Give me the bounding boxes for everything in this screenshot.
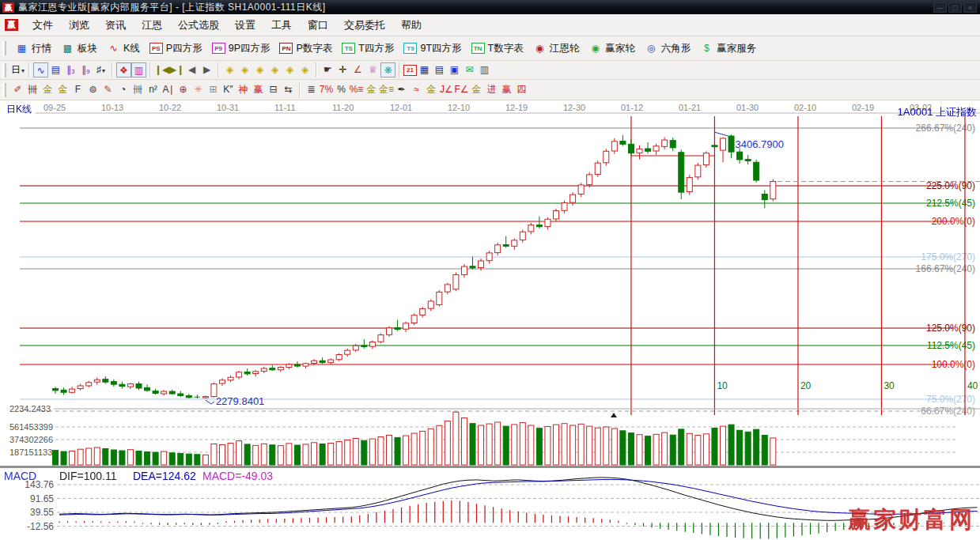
- p-number-table-button[interactable]: PNP数字表: [274, 40, 337, 57]
- print-icon[interactable]: ▥: [477, 62, 492, 77]
- sectors-button[interactable]: ▩板块: [56, 40, 102, 57]
- gann-diamond-right-icon[interactable]: ◈: [237, 62, 252, 77]
- draw-compass-icon[interactable]: ✐: [10, 82, 25, 97]
- chip-distribution-icon[interactable]: ❖: [116, 62, 131, 77]
- gann-wheel-button[interactable]: ◉江恩轮: [528, 40, 585, 57]
- gold-fence-2-icon[interactable]: 金: [55, 82, 70, 97]
- smart-analysis-icon[interactable]: ❋: [380, 62, 395, 77]
- f-fence-icon[interactable]: F: [70, 82, 85, 97]
- pane-splitter[interactable]: [0, 466, 980, 468]
- calendar-icon[interactable]: 21: [403, 65, 417, 76]
- menu-formula-picker[interactable]: 公式选股: [170, 15, 227, 36]
- angle-ying-icon[interactable]: 赢∠: [499, 82, 514, 97]
- compress-3-icon[interactable]: ∥₃: [63, 62, 78, 77]
- angle-j-icon[interactable]: J∠: [439, 82, 454, 97]
- gold-circle-icon[interactable]: 金: [364, 82, 379, 97]
- menu-help[interactable]: 帮助: [393, 15, 429, 36]
- period-day-dropdown[interactable]: ▾: [21, 67, 25, 74]
- crosshair-icon[interactable]: ✛: [335, 62, 350, 77]
- t-number-table-button[interactable]: TNT数字表: [467, 40, 528, 57]
- t-square-button[interactable]: TST四方形: [337, 40, 399, 57]
- menu-tools[interactable]: 工具: [263, 15, 300, 36]
- fence-plain-icon[interactable]: 卌: [131, 82, 146, 97]
- gold-fence-1-icon[interactable]: 金: [40, 82, 55, 97]
- gann-diamond-expand-icon[interactable]: ◈: [297, 62, 312, 77]
- export-web-icon[interactable]: ✉: [462, 62, 477, 77]
- sectors-label: 板块: [78, 42, 97, 55]
- crown-tool-icon[interactable]: ♕: [365, 62, 380, 77]
- kline-chart-button[interactable]: ∿K线: [102, 40, 145, 57]
- nav-prev-icon[interactable]: ◀: [184, 62, 199, 77]
- percent-7-icon[interactable]: 7%: [319, 82, 334, 97]
- percent-tool-icon[interactable]: %: [334, 82, 349, 97]
- line-type-icon[interactable]: ∿: [33, 62, 48, 77]
- percent-lines-icon[interactable]: %≡: [349, 82, 364, 97]
- ink-pen-icon[interactable]: ✒: [394, 82, 409, 97]
- drag-hand-icon[interactable]: ☛: [320, 62, 335, 77]
- gann-fence-icon[interactable]: 卌: [25, 82, 40, 97]
- info-board-icon[interactable]: ▤: [48, 62, 63, 77]
- grid-box-icon[interactable]: ⊞: [206, 82, 221, 97]
- volume-profile-icon[interactable]: ▥: [131, 62, 146, 77]
- ying-tool-icon[interactable]: 赢: [251, 82, 266, 97]
- 9p-square-button[interactable]: P99P四方形: [207, 40, 275, 57]
- n-square-icon[interactable]: n²: [146, 82, 161, 97]
- menu-settings[interactable]: 设置: [227, 15, 263, 36]
- time-dial-icon[interactable]: ◔: [115, 82, 131, 97]
- gann-diamond-star-icon[interactable]: ◈: [282, 62, 297, 77]
- menu-file[interactable]: 文件: [25, 15, 61, 36]
- angle-f-icon[interactable]: F∠: [454, 82, 469, 97]
- winner-service-button[interactable]: $赢家服务: [695, 40, 761, 57]
- k-mark-icon[interactable]: K″: [221, 82, 236, 97]
- circle-target-icon[interactable]: ⊕: [176, 82, 191, 97]
- menu-window[interactable]: 窗口: [300, 15, 336, 36]
- angle-gold-icon[interactable]: 金∠: [469, 82, 484, 97]
- menu-browse[interactable]: 浏览: [61, 15, 97, 36]
- toolbar-grip[interactable]: [2, 63, 6, 77]
- nav-last-icon[interactable]: ▶❙: [169, 62, 184, 77]
- angle-jin-icon[interactable]: 进∠: [484, 82, 499, 97]
- gold-band-icon[interactable]: 金: [424, 82, 439, 97]
- candle-body: [369, 342, 375, 347]
- 9t-square-button[interactable]: T99T四方形: [399, 40, 466, 57]
- market-quotes-button[interactable]: ▦行情: [10, 40, 56, 57]
- compress-9-icon[interactable]: ∥₉: [78, 62, 93, 77]
- angle-si-icon[interactable]: 四∠: [514, 82, 529, 97]
- hexagon-button[interactable]: ◎六角形: [640, 40, 696, 57]
- period-day-icon[interactable]: 日▾: [10, 62, 25, 77]
- app-logo-icon: 赢: [2, 2, 14, 13]
- notes-icon[interactable]: ▤: [432, 62, 447, 77]
- toolbar-grip[interactable]: [2, 41, 6, 55]
- ruler-123-icon[interactable]: ⊟: [266, 82, 281, 97]
- gann-cycle-number: 20: [800, 380, 812, 391]
- window-close[interactable]: ×: [963, 2, 977, 13]
- angle-a-icon[interactable]: A∣: [161, 82, 176, 97]
- gann-diamond-hsplit-icon[interactable]: ◈: [252, 62, 267, 77]
- menu-news[interactable]: 资讯: [97, 15, 134, 36]
- draw-pen-icon[interactable]: ✎: [100, 82, 115, 97]
- menu-gann[interactable]: 江恩: [134, 15, 170, 36]
- spiral-tool-icon[interactable]: ⊚: [85, 82, 100, 97]
- window-maximize[interactable]: □: [948, 2, 962, 13]
- gann-diamond-left-icon[interactable]: ◈: [222, 62, 237, 77]
- shen-tool-icon[interactable]: 神: [236, 82, 251, 97]
- calculator-icon[interactable]: ▦: [417, 62, 432, 77]
- save-icon[interactable]: ▣: [447, 62, 462, 77]
- nav-next-icon[interactable]: ▶: [199, 62, 214, 77]
- star-circle-icon[interactable]: ✳: [191, 82, 206, 97]
- winner-wheel-button[interactable]: ◉赢家轮: [584, 40, 640, 57]
- candle-style-dropdown[interactable]: ▾: [102, 67, 105, 74]
- wave-lines-icon[interactable]: ≈: [409, 82, 424, 97]
- menu-trade-entrust[interactable]: 交易委托: [336, 15, 393, 36]
- toolbar-grip[interactable]: [2, 83, 6, 97]
- gann-diamond-cross-icon[interactable]: ◈: [267, 62, 282, 77]
- candle-style-icon[interactable]: ♯▾: [93, 62, 108, 77]
- p-square-button[interactable]: PSP四方形: [145, 40, 207, 57]
- nav-first-icon[interactable]: ❙◀: [154, 62, 169, 77]
- macd-indicator-title[interactable]: MACD: [4, 470, 36, 482]
- price-ladder-icon[interactable]: ≣: [304, 82, 319, 97]
- window-minimize[interactable]: ─: [933, 2, 947, 13]
- gold-lines-icon[interactable]: 金≡: [379, 82, 394, 97]
- span-arrows-icon[interactable]: ⇆: [281, 82, 296, 97]
- angle-measure-icon[interactable]: ∠: [350, 62, 365, 77]
